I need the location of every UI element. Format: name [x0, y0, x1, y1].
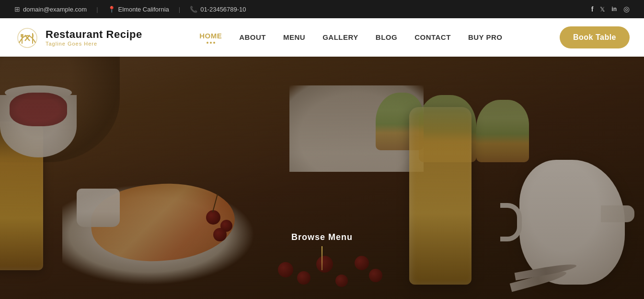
navbar: Restaurant Recipe Tagline Goes Here HOME…	[0, 18, 644, 57]
topbar: ⊞ domain@example.com | 📍 Elmonte Califor…	[0, 0, 644, 18]
pin-icon: 📍	[108, 6, 115, 13]
facebook-icon[interactable]: f	[591, 5, 594, 13]
book-table-button[interactable]: Book Table	[560, 26, 630, 48]
grid-icon: ⊞	[14, 5, 20, 13]
topbar-location: 📍 Elmonte California	[108, 6, 169, 13]
nav-link-contact[interactable]: CONTACT	[414, 33, 451, 41]
instagram-icon[interactable]: ◎	[623, 5, 630, 13]
email-text: domain@example.com	[23, 6, 87, 13]
hero-section: Browse Menu	[0, 57, 644, 299]
topbar-phone: 📞 01-23456789-10	[190, 6, 246, 13]
nav-link-about[interactable]: ABOUT	[239, 33, 266, 41]
topbar-contact-info: ⊞ domain@example.com | 📍 Elmonte Califor…	[14, 5, 246, 13]
twitter-icon[interactable]: 𝕏	[600, 6, 605, 13]
logo-tagline: Tagline Goes Here	[46, 41, 142, 47]
divider-2: |	[179, 6, 180, 13]
nav-link-menu[interactable]: MENU	[283, 33, 305, 41]
topbar-email: ⊞ domain@example.com	[14, 5, 87, 13]
linkedin-icon[interactable]: in	[611, 6, 617, 12]
location-text: Elmonte California	[118, 6, 169, 13]
browse-menu-line	[322, 246, 322, 270]
nav-link-buypro[interactable]: BUY PRO	[468, 33, 503, 41]
divider-1: |	[96, 6, 98, 13]
nav-item-about[interactable]: ABOUT	[239, 33, 266, 42]
logo[interactable]: Restaurant Recipe Tagline Goes Here	[14, 24, 142, 51]
nav-link-home[interactable]: HOME	[199, 32, 222, 40]
nav-home-indicator	[207, 42, 215, 44]
nav-item-gallery[interactable]: GALLERY	[322, 33, 358, 42]
browse-menu-text[interactable]: Browse Menu	[291, 232, 353, 242]
logo-icon	[14, 24, 41, 51]
nav-item-blog[interactable]: BLOG	[376, 33, 397, 42]
logo-text-group: Restaurant Recipe Tagline Goes Here	[46, 28, 142, 47]
logo-title: Restaurant Recipe	[46, 28, 142, 41]
nav-item-home[interactable]: HOME	[199, 32, 222, 44]
nav-item-contact[interactable]: CONTACT	[414, 33, 451, 42]
phone-text: 01-23456789-10	[200, 6, 246, 13]
topbar-social: f 𝕏 in ◎	[591, 5, 630, 13]
browse-menu-cta[interactable]: Browse Menu	[291, 232, 353, 270]
nav-link-blog[interactable]: BLOG	[376, 33, 397, 41]
nav-link-gallery[interactable]: GALLERY	[322, 33, 358, 41]
nav-item-buypro[interactable]: BUY PRO	[468, 33, 503, 42]
nav-links: HOME ABOUT MENU GALLERY BLOG CONTACT BUY…	[199, 32, 502, 44]
nav-item-menu[interactable]: MENU	[283, 33, 305, 42]
phone-icon: 📞	[190, 6, 197, 13]
